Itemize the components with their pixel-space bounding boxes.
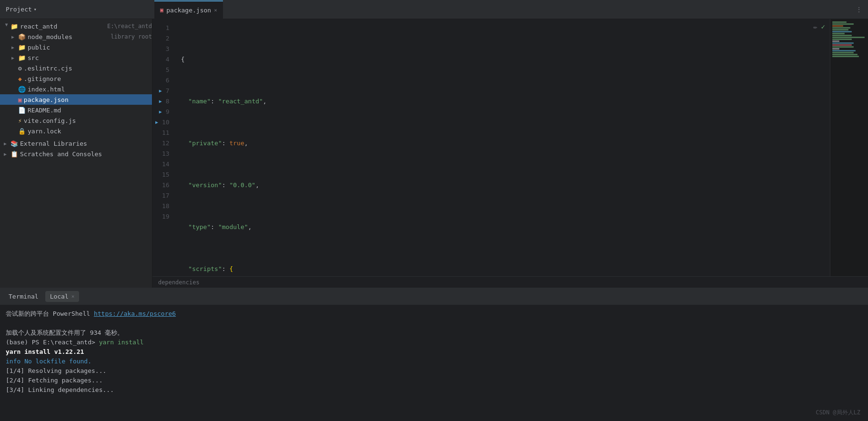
run-icon-9[interactable]: ▶ <box>159 107 162 117</box>
run-icon-10[interactable]: ▶ <box>155 117 158 128</box>
sidebar-label-packagejson: package.json <box>24 96 152 103</box>
sidebar-item-viteconfig[interactable]: ▶ ⚡ vite.config.js <box>0 115 152 126</box>
code-container[interactable]: 1 2 3 4 <box>152 19 868 276</box>
code-line-1: { <box>181 54 830 65</box>
tab-file-icon: ▣ <box>160 7 163 13</box>
terminal-prompt: (base) PS E:\react_antd> <box>6 339 99 346</box>
tab-label: package.json <box>166 7 211 14</box>
terminal-line-6: [1/4] Resolving packages... <box>6 366 862 376</box>
sidebar-item-src[interactable]: ▶ 📁 src <box>0 52 152 63</box>
line-num-12: 12 <box>152 138 173 149</box>
run-icon-7[interactable]: ▶ <box>159 86 162 96</box>
sidebar-item-node_modules[interactable]: ▶ 📦 node_modules library root <box>0 31 152 42</box>
sidebar-item-readme[interactable]: ▶ 📄 README.md <box>0 105 152 115</box>
top-bar: Project ▾ ▣ package.json × ⋮ <box>0 0 868 19</box>
code-text: : <box>222 264 230 274</box>
sidebar-item-indexhtml[interactable]: ▶ 🌐 index.html <box>0 84 152 94</box>
tab-close-button[interactable]: × <box>214 7 217 13</box>
terminal-text: [3/4] Linking dependencies... <box>6 386 114 393</box>
file-icon: ⚡ <box>18 117 22 124</box>
line-num-18: 18 <box>152 201 173 211</box>
edit-icon[interactable]: ✏ <box>813 23 817 30</box>
sidebar-item-gitignore[interactable]: ▶ ◆ .gitignore <box>0 73 152 84</box>
file-icon: 🔒 <box>18 128 26 135</box>
line-num-17: 17 <box>152 190 173 201</box>
file-icon: ◆ <box>18 75 22 82</box>
code-line-6: "scripts": { <box>181 264 830 274</box>
terminal-tab-terminal[interactable]: Terminal <box>4 291 43 302</box>
code-text: "react_antd" <box>218 96 263 107</box>
sidebar-label-node_modules: node_modules <box>28 33 108 40</box>
more-options-icon[interactable]: ⋮ <box>856 6 862 13</box>
line-num-11: 11 <box>152 128 173 138</box>
terminal-line-1: 尝试新的跨平台 PowerShell https://aka.ms/pscore… <box>6 309 862 319</box>
sidebar-label-viteconfig: vite.config.js <box>24 117 152 124</box>
project-label: Project <box>6 6 32 13</box>
line-num-3: 3 <box>152 44 173 54</box>
folder-icon: 📁 <box>18 54 26 61</box>
check-icon[interactable]: ✓ <box>821 23 825 30</box>
arrow-icon: ▶ <box>11 55 17 60</box>
code-text: "version" <box>181 180 222 190</box>
line-num-9: ▶ 9 <box>152 107 173 117</box>
run-icon-8[interactable]: ▶ <box>159 96 162 107</box>
gutter-8: ▶ <box>156 96 165 107</box>
project-chevron-icon: ▾ <box>34 7 37 12</box>
sidebar-label-secondary: E:\react_antd <box>107 23 152 30</box>
code-content[interactable]: { "name": "react_antd", "private": true,… <box>177 19 830 276</box>
folder-icon: 📦 <box>18 33 26 40</box>
terminal-command: yarn install <box>99 339 144 346</box>
line-num-14: 14 <box>152 159 173 170</box>
terminal-tab-label: Terminal <box>9 293 39 300</box>
sidebar-label-library: library root <box>111 33 152 40</box>
line-num-1: 1 <box>152 23 173 33</box>
gutter-9: ▶ <box>156 107 165 117</box>
editor-actions: ✏ ✓ <box>813 23 825 30</box>
code-text: "scripts" <box>181 264 222 274</box>
watermark-text: CSDN @局外人LZ <box>816 409 860 416</box>
gutter-10: ▶ <box>152 117 161 128</box>
line-num-13: 13 <box>152 149 173 159</box>
terminal-tabs: Terminal Local × <box>0 288 868 305</box>
code-text: , <box>255 180 259 190</box>
terminal-line-4: yarn install v1.22.21 <box>6 347 862 357</box>
terminal-tab-local[interactable]: Local × <box>45 291 80 302</box>
code-text: , <box>248 222 252 232</box>
code-line-4: "version": "0.0.0", <box>181 180 830 190</box>
terminal-text: 加载个人及系统配置文件用了 934 毫秒。 <box>6 329 123 336</box>
terminal-tab-close[interactable]: × <box>71 293 75 300</box>
main-area: ▶ 📁 react_antd E:\react_antd ▶ 📦 node_mo… <box>0 19 868 288</box>
terminal-line-7: [2/4] Fetching packages... <box>6 376 862 385</box>
sidebar-item-scratches[interactable]: ▶ 📋 Scratches and Consoles <box>0 149 152 159</box>
code-text: , <box>244 138 248 149</box>
tab-bar: ▣ package.json × <box>152 0 856 19</box>
top-bar-actions: ⋮ <box>856 6 868 13</box>
folder-icon: 📁 <box>18 44 26 51</box>
sidebar-item-react_antd[interactable]: ▶ 📁 react_antd E:\react_antd <box>0 21 152 31</box>
code-text: "private" <box>181 138 222 149</box>
line-num-8: ▶ 8 <box>152 96 173 107</box>
terminal-area: Terminal Local × 尝试新的跨平台 PowerShell http… <box>0 288 868 421</box>
code-line-5: "type": "module", <box>181 222 830 232</box>
line-num-5: 5 <box>152 65 173 75</box>
code-line-3: "private": true, <box>181 138 830 149</box>
terminal-link[interactable]: https://aka.ms/pscore6 <box>94 310 176 317</box>
arrow-icon: ▶ <box>11 45 17 50</box>
line-num-15: 15 <box>152 170 173 180</box>
file-icon: ⚙ <box>18 65 22 72</box>
code-text: { <box>181 54 185 65</box>
project-title[interactable]: Project ▾ <box>6 6 37 13</box>
terminal-line-3: (base) PS E:\react_antd> yarn install <box>6 338 862 347</box>
minimap <box>830 19 868 276</box>
terminal-tab-local-label: Local <box>50 293 69 300</box>
sidebar-item-packagejson[interactable]: ▶ ▣ package.json <box>0 94 152 105</box>
sidebar-label-public: public <box>28 44 152 51</box>
sidebar-item-public[interactable]: ▶ 📁 public <box>0 42 152 52</box>
sidebar-item-external-libraries[interactable]: ▶ 📚 External Libraries <box>0 138 152 149</box>
line-num-2: 2 <box>152 33 173 44</box>
sidebar-item-eslintrc[interactable]: ▶ ⚙ .eslintrc.cjs <box>0 63 152 73</box>
terminal-text: [2/4] Fetching packages... <box>6 377 103 384</box>
sidebar-item-yarnlock[interactable]: ▶ 🔒 yarn.lock <box>0 126 152 136</box>
tab-package-json[interactable]: ▣ package.json × <box>154 0 223 19</box>
scratches-icon: 📋 <box>10 150 18 158</box>
